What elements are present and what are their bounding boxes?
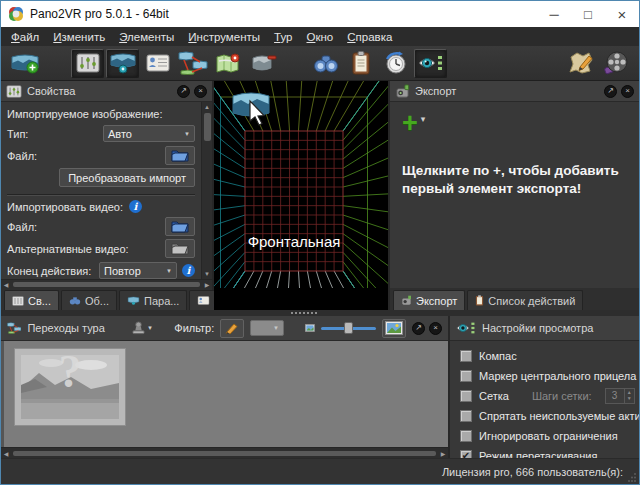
map-button[interactable] — [211, 49, 244, 78]
panorama-viewport[interactable]: Фронтальная — [214, 81, 388, 310]
float-panel-button[interactable]: ↗ — [412, 322, 425, 335]
panorama-thumbnail[interactable]: ? — [14, 348, 126, 426]
scrollbar-thumb[interactable] — [13, 451, 436, 456]
add-panorama-icon — [10, 52, 40, 74]
horizontal-scrollbar[interactable]: ◀ ▶ — [1, 279, 212, 288]
menu-tour[interactable]: Тур — [267, 29, 299, 45]
export-icon — [395, 84, 410, 99]
time-animation-button[interactable] — [379, 49, 412, 78]
type-dropdown[interactable]: Авто — [103, 125, 195, 142]
app-window: Pano2VR pro 5.0.1 - 64bit ─ □ × Файл Изм… — [0, 0, 640, 485]
float-panel-button[interactable]: ↗ — [177, 85, 190, 98]
resize-grip[interactable] — [627, 472, 637, 482]
properties-button[interactable] — [71, 49, 104, 78]
scrollbar-thumb[interactable] — [204, 113, 211, 141]
scroll-down-arrow[interactable]: ▼ — [202, 269, 212, 279]
grid-checkbox[interactable] — [460, 390, 472, 402]
browse-alt-video-button[interactable] — [165, 239, 195, 258]
scroll-right-arrow[interactable]: ▶ — [438, 450, 448, 457]
spinner-arrows[interactable]: ▲▼ — [624, 389, 634, 403]
add-panorama-button[interactable] — [8, 49, 41, 78]
tab-parameters[interactable]: Пара... — [119, 290, 187, 310]
notes-pencil-icon — [568, 51, 594, 75]
browse-file-button[interactable] — [165, 146, 195, 165]
project-notes-button[interactable] — [564, 49, 597, 78]
divider — [7, 194, 195, 196]
left-panel-tabs: Св... Об... Пара... Данн... — [1, 288, 212, 310]
compass-checkbox[interactable] — [460, 350, 472, 362]
close-panel-button[interactable]: × — [621, 85, 634, 98]
menubar: Файл Изменить Элементы Инструменты Тур О… — [1, 27, 639, 46]
scroll-left-arrow[interactable]: ◀ — [1, 281, 11, 288]
stamp-tool-button[interactable]: ▾ — [131, 321, 152, 335]
settings-panel-header: Настройки просмотра ↗ × — [450, 316, 640, 341]
center-marker-checkbox[interactable] — [460, 370, 472, 382]
scrollbar-thumb[interactable] — [13, 282, 200, 287]
checkbox-row-ignore-limits: Игнорировать ограничения — [460, 429, 640, 442]
clipboard-icon — [475, 295, 484, 306]
export-icon — [401, 295, 412, 306]
patch-input-button[interactable] — [246, 49, 279, 78]
menu-elements[interactable]: Элементы — [112, 29, 181, 45]
minimize-button[interactable]: ─ — [537, 1, 571, 27]
horizontal-scrollbar[interactable]: ◀ ▶ — [1, 447, 448, 458]
drag-mode-checkbox[interactable] — [460, 450, 472, 459]
close-panel-button[interactable]: × — [429, 322, 442, 335]
missing-panorama-question-mark: ? — [15, 345, 125, 398]
close-button[interactable]: × — [605, 1, 639, 27]
viewing-parameters-button[interactable] — [106, 49, 139, 78]
splitter-handle[interactable] — [291, 312, 317, 314]
menu-edit[interactable]: Изменить — [46, 29, 112, 45]
slider-handle[interactable] — [344, 322, 353, 334]
sliders-icon — [6, 85, 22, 98]
horizontal-splitter[interactable] — [1, 310, 639, 316]
scroll-up-arrow[interactable]: ▲ — [202, 102, 212, 112]
tour-map-icon — [7, 319, 21, 337]
add-export-button[interactable]: + — [402, 112, 425, 134]
id-card-icon — [146, 54, 170, 72]
menu-help[interactable]: Справка — [340, 29, 399, 45]
tour-thumbnails-area: ? — [1, 341, 448, 447]
titlebar: Pano2VR pro 5.0.1 - 64bit ─ □ × — [1, 1, 639, 27]
menu-tools[interactable]: Инструменты — [181, 29, 267, 45]
find-button[interactable] — [309, 49, 342, 78]
ignore-limits-checkbox[interactable] — [460, 430, 472, 442]
import-video-label: Импортировать видео: — [7, 201, 123, 213]
plus-icon: + — [402, 112, 418, 134]
scroll-right-arrow[interactable]: ▶ — [202, 281, 212, 288]
vertical-scrollbar[interactable]: ▲ ▼ — [201, 102, 212, 279]
action-list-button[interactable] — [344, 49, 377, 78]
browse-video-button[interactable] — [165, 217, 195, 236]
thumbnail-size-slider[interactable] — [321, 321, 376, 335]
info-icon: i — [129, 200, 142, 213]
tab-export[interactable]: Экспорт — [393, 290, 465, 310]
filter-dropdown[interactable] — [250, 320, 284, 336]
patch-remove-icon — [249, 52, 277, 74]
alt-video-label: Альтернативные видео: — [7, 243, 129, 255]
hide-hotspots-checkbox[interactable] — [460, 410, 472, 422]
close-panel-button[interactable]: × — [194, 85, 207, 98]
properties-panel: Свойства ↗ × Импортируемое изображение: … — [1, 81, 214, 310]
end-action-dropdown[interactable]: Повтор — [99, 262, 177, 279]
large-image-icon — [385, 321, 403, 335]
view-settings-panel: Настройки просмотра ↗ × Компас Маркер це… — [450, 316, 640, 458]
user-data-button[interactable] — [141, 49, 174, 78]
float-panel-button[interactable]: ↗ — [604, 85, 617, 98]
tab-properties[interactable]: Св... — [4, 290, 59, 310]
grid-steps-spinner[interactable]: 3 ▲▼ — [605, 388, 635, 404]
grid-steps-label: Шаги сетки: — [532, 390, 592, 402]
scroll-left-arrow[interactable]: ◀ — [1, 450, 11, 457]
tab-action-list[interactable]: Список действий — [467, 290, 583, 310]
tab-overview[interactable]: Об... — [61, 290, 117, 310]
large-image-button[interactable] — [382, 319, 406, 338]
filter-edit-button[interactable] — [220, 319, 244, 338]
convert-import-button[interactable]: Преобразовать импорт — [59, 168, 195, 187]
end-action-label: Конец действия: — [7, 265, 91, 277]
menu-window[interactable]: Окно — [299, 29, 340, 45]
panel-title: Настройки просмотра — [482, 322, 593, 334]
viewer-settings-button[interactable] — [414, 49, 447, 78]
menu-file[interactable]: Файл — [4, 29, 46, 45]
video-button[interactable] — [599, 49, 632, 78]
maximize-button[interactable]: □ — [571, 1, 605, 27]
tour-map-button[interactable] — [176, 49, 209, 78]
